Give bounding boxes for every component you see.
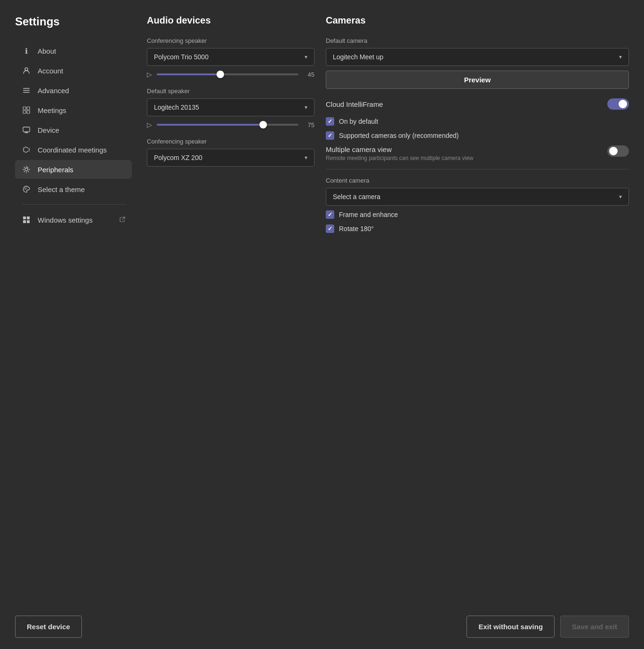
peripherals-icon [22,165,31,174]
intelliframe-label: Cloud IntelliFrame [326,100,383,108]
cameras-title: Cameras [326,15,629,26]
reset-device-button[interactable]: Reset device [15,616,82,638]
conferencing-speaker-label: Conferencing speaker [147,37,314,44]
conferencing-speaker-dropdown[interactable]: Polycom Trio 5000 ▾ [147,48,314,66]
svg-rect-4 [23,107,26,110]
rotate-row[interactable]: ✓ Rotate 180° [326,224,629,233]
device-icon [22,125,31,135]
default-camera-value: Logitech Meet up [333,53,383,61]
svg-point-11 [26,188,27,189]
default-speaker-value: Logitech 20135 [154,104,199,111]
intelliframe-knob [619,100,627,108]
about-icon: ℹ [22,46,31,56]
default-speaker-fill [157,124,263,126]
default-speaker-label: Default speaker [147,88,314,95]
sidebar-label-device: Device [38,126,59,134]
sidebar-item-windows[interactable]: Windows settings [15,210,132,229]
default-speaker-value-label: 75 [303,121,314,128]
content-camera-label: Content camera [326,177,629,184]
audio-title: Audio devices [147,15,314,26]
sidebar-label-account: Account [38,67,63,75]
supported-cameras-label: Supported cameras only (recommended) [339,132,459,139]
sidebar-item-about[interactable]: ℹ About [15,41,132,60]
windows-icon [22,215,31,224]
multicam-toggle[interactable] [607,145,629,157]
default-speaker-track[interactable] [157,124,298,126]
exit-nosave-button[interactable]: Exit without saving [467,616,555,638]
conferencing-speaker-chevron: ▾ [305,54,307,60]
page-title: Settings [15,15,132,28]
frame-enhance-check: ✓ [328,211,332,218]
sidebar-label-windows: Windows settings [38,216,93,224]
svg-rect-1 [23,88,30,89]
footer: Reset device Exit without saving Save an… [0,604,644,649]
content-camera-value: Select a camera [333,193,380,200]
multicam-knob [609,147,618,155]
sidebar-item-account[interactable]: Account [15,61,132,80]
sidebar-item-coordinated[interactable]: Coordinated meetings [15,140,132,159]
sidebar-label-meetings: Meetings [38,106,66,114]
default-camera-dropdown[interactable]: Logitech Meet up ▾ [326,48,629,66]
conferencing-mic-label: Conferencing speaker [147,138,314,145]
rotate-label: Rotate 180° [339,225,374,232]
svg-point-10 [25,189,26,190]
on-by-default-row[interactable]: ✓ On by default [326,117,629,126]
frame-enhance-label: Frame and enhance [339,211,398,218]
default-speaker-slider-container: ▷ 75 [147,121,314,128]
audio-section: Audio devices Conferencing speaker Polyc… [147,15,326,604]
svg-point-0 [25,68,28,71]
multicam-block: Multiple camera view Remote meeting part… [326,145,629,161]
rotate-checkbox[interactable]: ✓ [326,224,334,233]
frame-enhance-row[interactable]: ✓ Frame and enhance [326,210,629,219]
play-icon-2[interactable]: ▷ [147,121,152,128]
sidebar-nav: ℹ About Account [15,41,132,229]
default-camera-chevron: ▾ [619,54,622,60]
conferencing-mic-dropdown[interactable]: Polycom XZ 200 ▾ [147,149,314,167]
multicam-text: Multiple camera view Remote meeting part… [326,145,603,161]
multicam-row: Multiple camera view Remote meeting part… [326,145,629,161]
svg-point-12 [24,188,25,189]
sidebar-item-peripherals[interactable]: Peripherals [15,160,132,179]
svg-rect-16 [27,220,30,223]
on-by-default-checkbox[interactable]: ✓ [326,117,334,126]
intelliframe-row: Cloud IntelliFrame [326,98,629,110]
intelliframe-toggle[interactable] [607,98,629,110]
sidebar-label-about: About [38,47,56,55]
sidebar-label-theme: Select a theme [38,185,85,193]
svg-rect-8 [23,127,30,132]
advanced-icon [22,86,31,95]
external-link-icon [120,216,125,224]
sidebar-item-device[interactable]: Device [15,120,132,139]
content-camera-dropdown[interactable]: Select a camera ▾ [326,188,629,206]
content-camera-chevron: ▾ [619,193,622,200]
default-speaker-chevron: ▾ [305,104,307,111]
svg-rect-13 [23,216,26,219]
content-area: Audio devices Conferencing speaker Polyc… [132,15,644,604]
multicam-sub: Remote meeting participants can see mult… [326,155,603,161]
supported-cameras-row[interactable]: ✓ Supported cameras only (recommended) [326,131,629,140]
conferencing-mic-value: Polycom XZ 200 [154,154,202,161]
sidebar-item-meetings[interactable]: Meetings [15,101,132,120]
sidebar-divider [22,204,125,205]
default-camera-label: Default camera [326,37,629,44]
conferencing-speaker-track[interactable] [157,73,298,75]
sidebar-label-coordinated: Coordinated meetings [38,146,107,154]
preview-button[interactable]: Preview [326,71,629,89]
cameras-section: Cameras Default camera Logitech Meet up … [326,15,629,604]
account-icon [22,66,31,75]
sidebar-item-advanced[interactable]: Advanced [15,81,132,100]
conferencing-speaker-thumb[interactable] [217,71,224,78]
default-speaker-dropdown[interactable]: Logitech 20135 ▾ [147,98,314,116]
play-icon-1[interactable]: ▷ [147,71,152,78]
svg-rect-6 [23,111,26,113]
default-speaker-thumb[interactable] [259,121,267,128]
conferencing-speaker-value-label: 45 [303,71,314,78]
frame-enhance-checkbox[interactable]: ✓ [326,210,334,219]
cameras-divider [326,169,629,169]
svg-rect-7 [27,111,30,113]
sidebar-item-theme[interactable]: Select a theme [15,180,132,199]
footer-right: Exit without saving Save and exit [467,616,629,638]
supported-cameras-checkbox[interactable]: ✓ [326,131,334,140]
conferencing-speaker-slider-container: ▷ 45 [147,71,314,78]
svg-rect-14 [27,216,30,219]
